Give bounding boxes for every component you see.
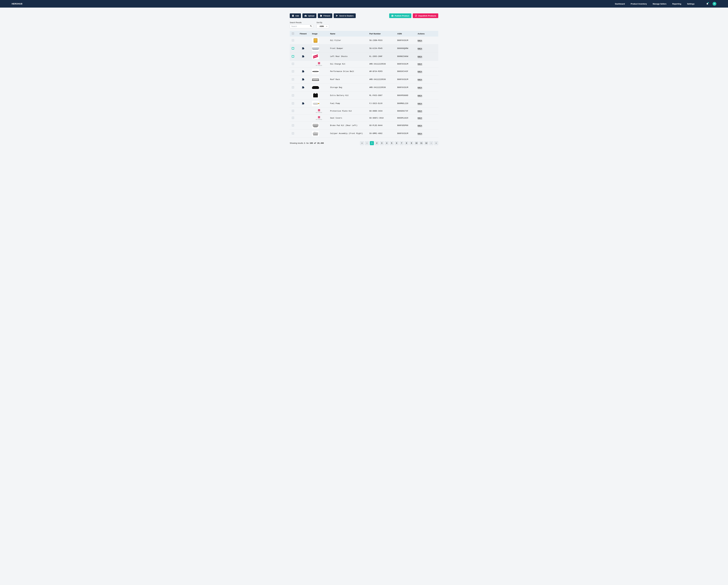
row-checkbox[interactable] [292,62,294,65]
search-submit[interactable] [310,25,312,28]
page-11[interactable]: 11 [419,141,423,145]
nav-reporting[interactable]: Reporting [672,3,681,5]
edit-link[interactable]: Edit [418,86,422,89]
sort-value: ASIN [319,25,324,27]
page-6[interactable]: 6 [395,141,399,145]
cell-name: Roof Rack [328,76,367,83]
table-row: Front Bumper5G-KJ34-PO45B0006GQ8RWEdit [290,45,438,53]
row-checkbox[interactable] [292,117,294,119]
page-10[interactable]: 10 [414,141,418,145]
page-2[interactable]: 2 [375,141,379,145]
edit-link[interactable]: Edit [418,55,422,58]
page-12[interactable]: 12 [424,141,428,145]
send-button[interactable]: Send to Dealers [334,14,356,18]
page-3[interactable]: 3 [380,141,384,145]
page-9[interactable]: 9 [410,141,414,145]
product-thumbnail [312,123,319,128]
unpublish-button[interactable]: Unpublish Products [413,14,438,18]
col-part: Part Number [367,31,395,36]
table-row: Fuel PumpFJ-S923-DLXXB00MNSL220Edit [290,100,438,108]
results-range: 1 to 100 of 20,490 [304,142,324,144]
row-checkbox[interactable] [292,132,294,134]
edit-link[interactable]: Edit [418,48,422,50]
fitment-icon [302,78,305,81]
product-thumbnail [312,93,319,98]
page-7[interactable]: 7 [399,141,404,145]
row-checkbox[interactable] [292,55,294,57]
results-summary: Showing results: 1 to 100 of 20,490 [290,142,324,144]
edit-link[interactable]: Edit [418,71,422,73]
avatar[interactable]: H [712,2,717,6]
cell-name: Storage Bag [328,83,367,92]
row-checkbox[interactable] [292,78,294,80]
pagination: 123456789101112 [360,141,438,145]
search-label: Search Results [290,22,313,24]
cell-part: GO-PLSE-N444 [367,122,395,130]
row-checkbox[interactable] [292,70,294,73]
product-thumbnail [312,38,319,43]
publish-button[interactable]: Publish Product [389,14,411,18]
page-5[interactable]: 5 [390,141,394,145]
edit-link[interactable]: Edit [418,125,422,127]
edit-link[interactable]: Edit [418,40,422,42]
upload-button[interactable]: Upload [303,14,316,18]
cell-asin: B00FUV2GJM [395,60,416,68]
table-row: NO IMAGEProtective Plate KitGO-00DD-3434… [290,108,438,115]
page-first[interactable] [360,141,364,145]
select-all-checkbox[interactable] [292,32,294,35]
nav-inventory[interactable]: Product Inventory [631,3,647,5]
page-4[interactable]: 4 [385,141,389,145]
edit-link[interactable]: Edit [418,95,422,97]
product-thumbnail [312,69,319,74]
cell-asin: B00FUDSP00 [395,122,416,130]
nav-sellers[interactable]: Manage Sellers [653,3,667,5]
no-image-label: NO IMAGE [316,65,322,66]
row-checkbox[interactable] [292,86,294,88]
send-icon [336,15,338,17]
product-thumbnail [312,77,319,82]
edit-link[interactable]: Edit [418,110,422,112]
page-prev[interactable] [365,141,369,145]
search-input[interactable] [290,24,313,28]
cell-name: Protective Plate Kit [328,108,367,115]
edit-link[interactable]: Edit [418,117,422,119]
row-checkbox[interactable] [292,102,294,105]
sort-label: Sort By [316,22,329,24]
edit-link[interactable]: Edit [418,63,422,65]
cell-name: Extra Battery Kit [328,92,367,100]
table-row: Brake Pad Kit (Rear Left)GO-PLSE-N444B00… [290,122,438,130]
cell-asin: B00SXCV43F [395,68,416,76]
cell-name: Brake Pad Kit (Rear Left) [328,122,367,130]
table-footer: Showing results: 1 to 100 of 20,490 1234… [290,141,438,145]
notifications-button[interactable] [706,2,708,5]
product-thumbnail [312,54,319,59]
col-name: Name [328,31,367,36]
cell-asin: B00SM11029 [395,115,416,122]
fitment-icon [302,70,305,73]
cell-part: AMD-34112229530 [367,76,395,83]
add-button[interactable]: Add [290,14,301,18]
results-prefix: Showing results: [290,142,304,144]
row-checkbox[interactable] [292,110,294,112]
edit-link[interactable]: Edit [418,103,422,105]
row-checkbox[interactable] [292,124,294,127]
page-8[interactable]: 8 [405,141,409,145]
nav-settings[interactable]: Settings [687,3,695,5]
products-table: Fitment Image Name Part Number ASIN Acti… [290,31,438,137]
row-checkbox[interactable] [292,47,294,50]
page-last[interactable] [434,141,438,145]
page-1[interactable]: 1 [370,141,374,145]
page-next[interactable] [429,141,433,145]
cell-part: FJ-S923-DLXX [367,100,395,108]
row-checkbox[interactable] [292,39,294,42]
filters: Search Results Sort By ASIN [290,22,438,28]
fitment-button[interactable]: Fitment [318,14,332,18]
col-image: Image [310,31,328,36]
sort-select[interactable]: ASIN [316,24,329,28]
edit-link[interactable]: Edit [418,78,422,81]
nav-dashboard[interactable]: Dashboard [615,3,625,5]
row-checkbox[interactable] [292,94,294,97]
edit-link[interactable]: Edit [418,132,422,135]
table-row: Oil Filter5G-23DN-PO33B00FUV2GJMEdit [290,36,438,45]
col-actions: Actions [416,31,438,36]
